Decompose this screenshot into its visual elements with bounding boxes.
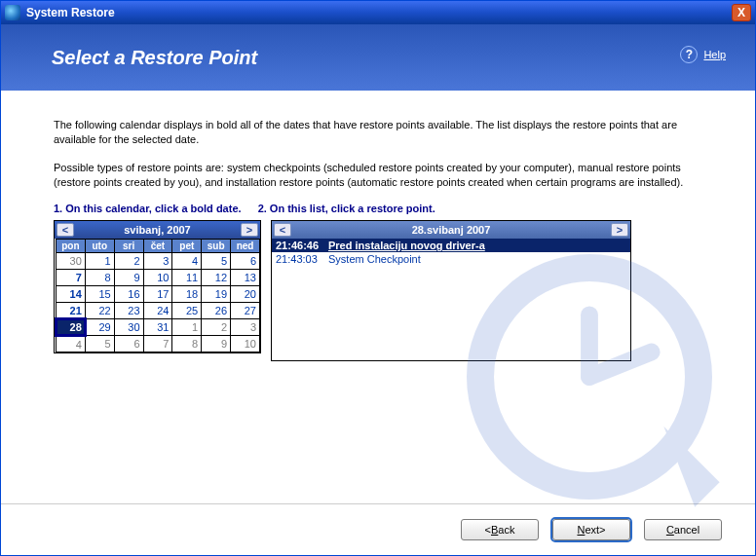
calendar-day[interactable]: 16 — [114, 286, 143, 303]
calendar-day[interactable]: 13 — [231, 270, 260, 286]
calendar-day[interactable]: 15 — [85, 286, 114, 303]
calendar-day[interactable]: 1 — [172, 319, 202, 336]
calendar-day[interactable]: 10 — [231, 336, 260, 352]
list-prev-button[interactable]: < — [274, 223, 291, 237]
calendar-day[interactable]: 2 — [202, 319, 231, 336]
calendar-day[interactable]: 10 — [143, 270, 172, 286]
calendar-dow: ned — [231, 240, 260, 253]
calendar-day[interactable]: 9 — [114, 270, 143, 286]
next-button[interactable]: Next > — [552, 519, 630, 540]
calendar-dow: čet — [143, 240, 172, 253]
calendar-day[interactable]: 21 — [57, 303, 86, 319]
cancel-button[interactable]: Cancel — [644, 519, 722, 540]
calendar-day[interactable]: 31 — [143, 319, 172, 336]
calendar-dow: sri — [114, 240, 143, 253]
instruction-1: 1. On this calendar, click a bold date. — [54, 203, 242, 214]
instructions: 1. On this calendar, click a bold date. … — [54, 203, 702, 214]
calendar-day[interactable]: 5 — [85, 336, 114, 352]
page-title: Select a Restore Point — [52, 47, 257, 69]
list-date-label: 28.svibanj 2007 — [291, 224, 611, 236]
calendar-day[interactable]: 4 — [57, 336, 86, 352]
calendar-day[interactable]: 23 — [114, 303, 143, 319]
calendar-day[interactable]: 3 — [143, 253, 172, 270]
calendar-dow: pet — [172, 240, 202, 253]
intro-paragraph-2: Possible types of restore points are: sy… — [54, 161, 702, 190]
calendar-day[interactable]: 29 — [85, 319, 114, 336]
calendar-day[interactable]: 19 — [202, 286, 231, 303]
calendar-dow: uto — [85, 240, 114, 253]
calendar-day[interactable]: 24 — [143, 303, 172, 319]
calendar-day[interactable]: 6 — [114, 336, 143, 352]
restore-point-desc: System Checkpoint — [328, 253, 421, 265]
calendar-day[interactable]: 14 — [57, 286, 86, 303]
calendar-day[interactable]: 26 — [202, 303, 231, 319]
restore-point-item[interactable]: 21:43:03System Checkpoint — [272, 252, 630, 266]
calendar-day[interactable]: 7 — [143, 336, 172, 352]
instruction-2: 2. On this list, click a restore point. — [258, 203, 435, 214]
calendar-day[interactable]: 28 — [57, 319, 86, 336]
calendar: < svibanj, 2007 > ponutosričetpetsubned … — [54, 220, 261, 353]
calendar-day[interactable]: 7 — [57, 270, 86, 286]
calendar-day[interactable]: 17 — [143, 286, 172, 303]
calendar-day[interactable]: 1 — [85, 253, 114, 270]
calendar-day[interactable]: 30 — [114, 319, 143, 336]
restore-point-time: 21:43:03 — [276, 253, 321, 265]
calendar-day[interactable]: 3 — [231, 319, 260, 336]
calendar-day[interactable]: 5 — [202, 253, 231, 270]
calendar-day[interactable]: 8 — [172, 336, 202, 352]
calendar-day[interactable]: 22 — [85, 303, 114, 319]
restore-point-desc: Pred instalaciju novog driver-a — [328, 240, 485, 251]
restore-point-list: < 28.svibanj 2007 > 21:46:46Pred instala… — [271, 220, 631, 361]
calendar-next-button[interactable]: > — [241, 223, 258, 237]
calendar-day[interactable]: 4 — [172, 253, 202, 270]
restore-point-item[interactable]: 21:46:46Pred instalaciju novog driver-a — [272, 239, 630, 252]
back-button[interactable]: < Back — [461, 519, 539, 540]
calendar-day[interactable]: 6 — [231, 253, 260, 270]
calendar-dow: sub — [202, 240, 231, 253]
calendar-prev-button[interactable]: < — [57, 223, 74, 237]
app-icon — [5, 5, 20, 20]
intro-paragraph-1: The following calendar displays in bold … — [54, 118, 702, 147]
restore-point-time: 21:46:46 — [276, 240, 321, 251]
calendar-day[interactable]: 11 — [172, 270, 202, 286]
calendar-day[interactable]: 12 — [202, 270, 231, 286]
footer: < Back Next > Cancel — [1, 503, 755, 554]
calendar-dow: pon — [57, 240, 86, 253]
window-title: System Restore — [26, 6, 115, 19]
banner: Select a Restore Point ? Help — [1, 24, 755, 91]
calendar-day[interactable]: 2 — [114, 253, 143, 270]
help-link[interactable]: Help — [703, 49, 726, 60]
calendar-day[interactable]: 30 — [57, 253, 86, 270]
close-button[interactable]: X — [732, 4, 751, 21]
calendar-day[interactable]: 9 — [202, 336, 231, 352]
content: The following calendar displays in bold … — [1, 91, 755, 503]
calendar-day[interactable]: 18 — [172, 286, 202, 303]
calendar-day[interactable]: 20 — [231, 286, 260, 303]
titlebar: System Restore X — [1, 1, 755, 24]
calendar-day[interactable]: 8 — [85, 270, 114, 286]
list-next-button[interactable]: > — [611, 223, 628, 237]
calendar-day[interactable]: 25 — [172, 303, 202, 319]
help-icon: ? — [680, 46, 698, 63]
calendar-day[interactable]: 27 — [231, 303, 260, 319]
calendar-grid: ponutosričetpetsubned 301234567891011121… — [55, 239, 260, 352]
calendar-month-label: svibanj, 2007 — [74, 224, 241, 236]
